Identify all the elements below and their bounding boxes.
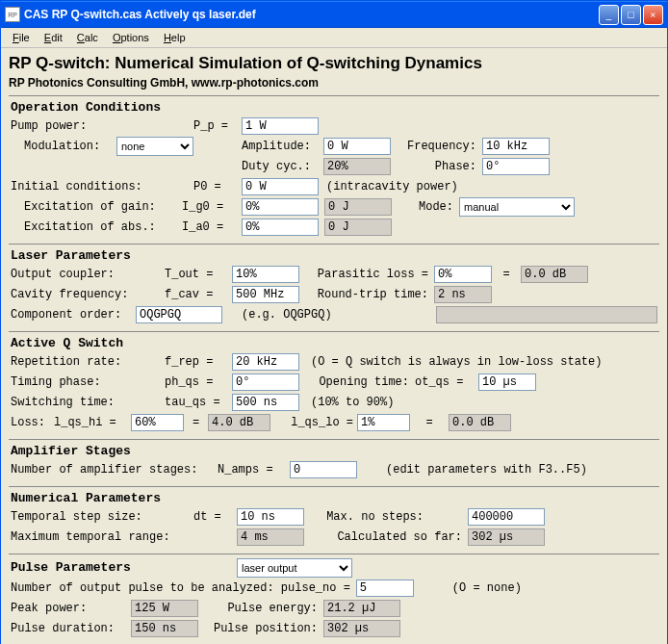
- parasitic-label: Parasitic loss =: [299, 268, 434, 281]
- tauqs-symbol: tau_qs =: [165, 396, 232, 409]
- maximize-button[interactable]: □: [621, 5, 641, 25]
- page-subtitle: RP Photonics Consulting GmbH, www.rp-pho…: [9, 76, 659, 90]
- comp-order-eg: (e.g. OQGPGQ): [222, 308, 332, 322]
- close-button[interactable]: ×: [643, 5, 663, 25]
- menu-options[interactable]: Options: [107, 30, 155, 45]
- llo-input[interactable]: [357, 414, 410, 431]
- titlebar[interactable]: RP CAS RP Q-switch.cas Actively qs laser…: [1, 1, 667, 28]
- numerical-header: Numerical Parameters: [11, 491, 657, 505]
- maxsteps-label: Max. no steps:: [304, 510, 429, 524]
- mode-label: Mode:: [392, 200, 459, 214]
- ig0-j: [324, 198, 392, 216]
- comp-order-extra: [436, 306, 657, 323]
- pulse-energy-label: Pulse energy:: [198, 602, 323, 615]
- tout-input[interactable]: [232, 266, 299, 283]
- rep-rate-label: Repetition rate:: [11, 355, 165, 369]
- frequency-input[interactable]: [482, 138, 550, 155]
- calc-sofar-value: [468, 528, 545, 546]
- pulse-no-label: Number of output pulse to be analyzed: p…: [11, 581, 350, 595]
- pump-power-input[interactable]: [242, 117, 319, 135]
- lhi-input[interactable]: [131, 414, 184, 431]
- ig0-symbol: I_g0 =: [182, 200, 242, 214]
- amplifier-header: Amplifier Stages: [11, 444, 657, 458]
- amplitude-input[interactable]: [323, 138, 391, 155]
- menu-help[interactable]: Help: [158, 30, 192, 45]
- modulation-label: Modulation:: [11, 140, 116, 153]
- ig0-input[interactable]: [242, 198, 319, 216]
- namps-label: Number of amplifier stages:: [11, 463, 218, 477]
- operation-header: Operation Conditions: [11, 100, 657, 115]
- frequency-label: Frequency:: [391, 140, 482, 153]
- minimize-button[interactable]: _: [599, 5, 619, 25]
- p0-input[interactable]: [242, 178, 319, 195]
- p0-symbol: P0 =: [193, 180, 242, 193]
- section-amplifier: Amplifier Stages Number of amplifier sta…: [9, 439, 659, 482]
- calc-sofar-label: Calculated so far:: [304, 530, 468, 544]
- peak-power-value: [131, 600, 198, 617]
- ia0-j: [324, 219, 392, 236]
- pulse-duration-value: [131, 620, 198, 637]
- menu-file[interactable]: File: [7, 30, 36, 45]
- comp-order-input[interactable]: [136, 306, 222, 323]
- loss-label: Loss:: [11, 416, 54, 429]
- rep-note: (O = Q switch is always in low-loss stat…: [299, 355, 602, 369]
- menubar: File Edit Calc Options Help: [1, 28, 667, 48]
- pulse-no-input[interactable]: [356, 580, 414, 597]
- modulation-select[interactable]: none: [116, 137, 193, 156]
- app-icon: RP: [5, 7, 20, 22]
- section-qswitch: Active Q Switch Repetition rate: f_rep =…: [9, 331, 659, 435]
- exc-gain-label: Excitation of gain:: [11, 200, 182, 214]
- maxrange-value: [237, 528, 304, 546]
- switching-time-label: Switching time:: [11, 396, 165, 409]
- opening-time-label: Opening time:: [299, 375, 415, 389]
- pulse-output-select[interactable]: laser output: [237, 558, 352, 578]
- namps-input[interactable]: [290, 461, 357, 478]
- dt-symbol: dt =: [193, 510, 237, 524]
- output-coupler-label: Output coupler:: [11, 268, 165, 281]
- peak-power-label: Peak power:: [11, 602, 131, 615]
- eq3: =: [410, 416, 449, 429]
- section-numerical: Numerical Parameters Temporal step size:…: [9, 486, 659, 550]
- laser-header: Laser Parameters: [11, 248, 657, 263]
- timing-phase-label: Timing phase:: [11, 375, 165, 389]
- llo-db: [449, 414, 511, 431]
- phqs-symbol: ph_qs =: [165, 375, 232, 389]
- lhi-symbol: l_qs_hi =: [54, 416, 131, 429]
- tauqs-input[interactable]: [232, 394, 299, 411]
- phqs-input[interactable]: [232, 374, 299, 391]
- pump-power-label: Pump power:: [11, 119, 193, 133]
- menu-calc[interactable]: Calc: [71, 30, 104, 45]
- maxsteps-input[interactable]: [468, 508, 545, 526]
- content: RP Q-switch: Numerical Simulation of Q-s…: [1, 48, 667, 644]
- mode-select[interactable]: manual: [459, 197, 575, 217]
- init-cond-label: Initial conditions:: [11, 180, 193, 193]
- ia0-symbol: I_a0 =: [182, 220, 242, 234]
- parasitic-db: [521, 266, 588, 283]
- pulse-position-label: Pulse position:: [198, 622, 323, 635]
- page-title: RP Q-switch: Numerical Simulation of Q-s…: [9, 54, 659, 73]
- app-window: RP CAS RP Q-switch.cas Actively qs laser…: [0, 0, 668, 644]
- intracavity-note: (intracavity power): [319, 180, 458, 193]
- eq1: =: [492, 268, 521, 281]
- phase-input[interactable]: [482, 158, 550, 175]
- section-laser: Laser Parameters Output coupler: T_out =…: [9, 244, 659, 327]
- frep-input[interactable]: [232, 353, 299, 371]
- pulse-header: Pulse Parameters: [11, 560, 237, 575]
- roundtrip-label: Round-trip time:: [299, 288, 434, 301]
- otqs-input[interactable]: [478, 374, 536, 391]
- pulse-energy-value: [323, 600, 400, 617]
- ia0-input[interactable]: [242, 219, 319, 236]
- maxrange-label: Maximum temporal range:: [11, 530, 193, 544]
- comp-order-label: Component order:: [11, 308, 136, 322]
- section-pulse: Pulse Parameters laser output Number of …: [9, 554, 659, 641]
- namps-symbol: N_amps =: [218, 463, 290, 477]
- menu-edit[interactable]: Edit: [39, 30, 68, 45]
- amplitude-label: Amplitude:: [242, 140, 323, 153]
- pulse-position-value: [323, 620, 400, 637]
- parasitic-input[interactable]: [434, 266, 492, 283]
- exc-abs-label: Excitation of abs.:: [11, 220, 182, 234]
- dt-input[interactable]: [237, 508, 304, 526]
- duty-input: [323, 158, 391, 175]
- roundtrip-value: [434, 286, 492, 303]
- fcav-input[interactable]: [232, 286, 299, 303]
